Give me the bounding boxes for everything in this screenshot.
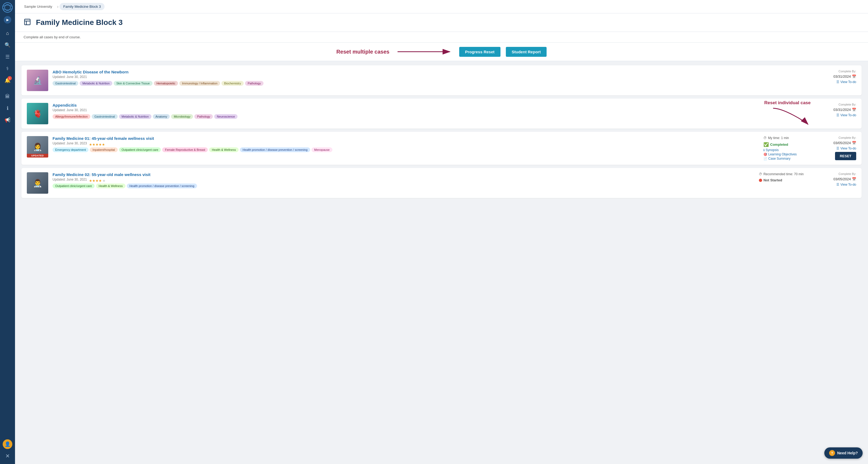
breadcrumb: Sample University › Family Medicine Bloc… — [20, 3, 104, 10]
sidebar-item-search[interactable]: 🔍 — [2, 40, 13, 51]
tag[interactable]: Outpatient clinic/urgent care — [119, 147, 161, 152]
tag[interactable]: Gastrointestinal — [92, 114, 117, 119]
sidebar-item-list[interactable]: ☰ — [2, 52, 13, 62]
list-icon: ☰ — [836, 183, 839, 187]
sidebar-expand-button[interactable]: ▶ — [4, 16, 11, 24]
complete-by-date: 03/05/2024 📅 — [833, 177, 856, 181]
person-icon: 👤 — [5, 441, 10, 447]
tag[interactable]: Anatomy — [153, 114, 170, 119]
sidebar-item-info[interactable]: ℹ — [2, 103, 13, 113]
list-icon: ☰ — [836, 80, 839, 84]
complete-by-date: 03/31/2024 📅 — [833, 74, 856, 78]
case-info: Family Medicine 02: 55-year-old male wel… — [53, 172, 754, 188]
case-updated: Updated: June 30, 2021 — [53, 75, 809, 79]
case-reset-button[interactable]: RESET — [835, 152, 856, 160]
case-tags: Allergy/Immune/Infection Gastrointestina… — [53, 114, 809, 119]
sidebar-item-home[interactable]: ⌂ — [2, 28, 13, 39]
view-todo-link[interactable]: ☰ View To-do — [836, 146, 856, 150]
breadcrumb-family-medicine[interactable]: Family Medicine Block 3 — [60, 3, 104, 10]
synopsis-link[interactable]: ℹ Synopsis — [764, 148, 804, 152]
calendar-icon: 📅 — [852, 74, 856, 78]
not-started-dot — [759, 179, 762, 182]
completed-check-icon: ✅ — [764, 142, 769, 147]
tag[interactable]: Pathology — [245, 81, 264, 86]
case-title[interactable]: Family Medicine 01: 45-year-old female w… — [53, 136, 759, 141]
case-time: ⏱ My time: 1 min — [764, 136, 804, 140]
complete-by-label: Complete By: — [838, 136, 856, 139]
tag[interactable]: Health promotion / disease prevention / … — [127, 184, 197, 188]
case-thumbnail: 👩‍⚕️ UPDATED — [27, 136, 48, 158]
tag[interactable]: Inpatient/hospital — [90, 147, 117, 152]
need-help-button[interactable]: ? Need Help? — [824, 448, 863, 459]
reset-arrow — [395, 46, 454, 57]
main-content: Sample University › Family Medicine Bloc… — [15, 0, 868, 464]
building-icon: 🏛 — [5, 94, 10, 99]
svg-point-2 — [3, 5, 12, 10]
sidebar-item-notifications[interactable]: 🔔 1 — [2, 75, 13, 86]
case-title[interactable]: Appendicitis — [53, 103, 809, 107]
case-card: 👩‍⚕️ UPDATED Family Medicine 01: 45-year… — [22, 132, 862, 165]
tag[interactable]: Metabolic & Nutrition — [119, 114, 152, 119]
tag[interactable]: Health promotion / disease prevention / … — [240, 147, 310, 152]
case-thumbnail: 🔬 — [27, 70, 48, 91]
tag[interactable]: Immunology / Inflammation — [179, 81, 220, 86]
progress-reset-button[interactable]: Progress Reset — [459, 47, 500, 57]
notification-badge: 1 — [7, 76, 12, 80]
tag[interactable]: Emergency department — [53, 147, 89, 152]
complete-by-label: Complete By: — [838, 103, 856, 106]
sidebar-item-institution[interactable]: 🏛 — [2, 91, 13, 102]
view-todo-link[interactable]: ☰ View To-do — [836, 80, 856, 84]
case-updated: Updated: June 30, 2021 — [53, 177, 87, 181]
list-icon: ☰ — [5, 54, 10, 60]
complete-by-date: 03/31/2024 📅 — [833, 108, 856, 112]
svg-point-0 — [3, 3, 12, 12]
tag[interactable]: Biochemistry — [221, 81, 244, 86]
tag[interactable]: Health & Wellness — [96, 184, 125, 188]
megaphone-icon: 📢 — [5, 117, 10, 123]
case-tags: Outpatient clinic/urgent care Health & W… — [53, 184, 754, 188]
learning-objectives-link[interactable]: 🎯 Learning Objectives — [764, 153, 804, 156]
star-rating: ★★★★★ — [89, 142, 105, 146]
tag[interactable]: Allergy/Immune/Infection — [53, 114, 90, 119]
student-report-button[interactable]: Student Report — [506, 47, 547, 57]
case-thumb-img: 👨‍⚕️ — [27, 172, 48, 194]
case-title[interactable]: ABO Hemolytic Disease of the Newborn — [53, 70, 809, 74]
home-icon: ⌂ — [6, 31, 9, 36]
search-icon: 🔍 — [5, 42, 10, 48]
close-icon: ✕ — [5, 453, 10, 459]
sidebar-item-announcements[interactable]: 📢 — [2, 115, 13, 125]
sidebar-close-button[interactable]: ✕ — [3, 451, 12, 461]
tag[interactable]: Skin & Connective Tissue — [114, 81, 153, 86]
calendar-icon: 📅 — [852, 108, 856, 112]
case-thumb-img: 🫀 — [27, 103, 48, 124]
case-card: 🔬 ABO Hemolytic Disease of the Newborn U… — [22, 65, 862, 95]
tag[interactable]: Female Reproductive & Breast — [162, 147, 208, 152]
help-question-icon: ? — [829, 450, 835, 456]
tag[interactable]: Metabolic & Nutrition — [80, 81, 112, 86]
case-summary-link[interactable]: 📄 Case Summary — [764, 157, 804, 161]
tag[interactable]: Hematopoietic — [154, 81, 178, 86]
case-title[interactable]: Family Medicine 02: 55-year-old male wel… — [53, 172, 754, 177]
tag[interactable]: Health & Wellness — [209, 147, 239, 152]
page-title: Family Medicine Block 3 — [36, 18, 123, 27]
tag[interactable]: Gastrointestinal — [53, 81, 78, 86]
page-header-icon — [24, 18, 32, 27]
tag[interactable]: Microbiology — [171, 114, 193, 119]
calendar-icon: 📅 — [852, 141, 856, 145]
tag[interactable]: Pathology — [194, 114, 213, 119]
top-navigation: Sample University › Family Medicine Bloc… — [15, 0, 868, 13]
tag[interactable]: Outpatient clinic/urgent care — [53, 184, 95, 188]
breadcrumb-sample-university[interactable]: Sample University — [20, 3, 56, 10]
view-todo-link[interactable]: ☰ View To-do — [836, 113, 856, 117]
case-status-not-started: Not Started — [764, 178, 782, 182]
tag[interactable]: Menopause — [311, 147, 332, 152]
tag[interactable]: Neuroscience — [214, 114, 238, 119]
user-avatar[interactable]: 👤 — [3, 439, 12, 449]
view-todo-link[interactable]: ☰ View To-do — [836, 183, 856, 187]
sidebar-item-clinical[interactable]: ⚕ — [2, 63, 13, 74]
page-content: Family Medicine Block 3 Complete all cas… — [15, 13, 868, 464]
case-card: 👨‍⚕️ Family Medicine 02: 55-year-old mal… — [22, 168, 862, 198]
cases-list: 🔬 ABO Hemolytic Disease of the Newborn U… — [15, 61, 868, 202]
complete-by-label: Complete By: — [838, 172, 856, 175]
case-tags: Gastrointestinal Metabolic & Nutrition S… — [53, 81, 809, 86]
